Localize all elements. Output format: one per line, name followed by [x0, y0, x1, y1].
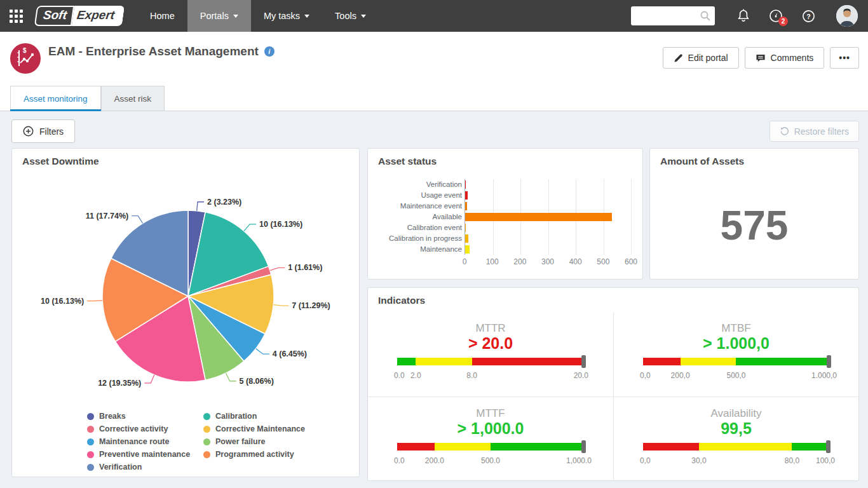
gauge-marker [827, 355, 831, 368]
bar-plot-area [465, 179, 631, 255]
pending-tasks-gauge-icon[interactable]: 2 [768, 8, 783, 24]
pie-slice-label: 4 (6.45%) [273, 349, 307, 358]
gauge-ticks: 0,030,080,0100,0 [643, 456, 829, 466]
legend-dot [203, 438, 210, 445]
x-tick-label: 500 [597, 257, 609, 266]
gauge-segment [792, 443, 829, 451]
notifications-bell-icon[interactable] [736, 8, 750, 24]
gauge-mtbf[interactable]: MTBF> 1.000,00,0200,0500,01.000,0 [613, 312, 858, 396]
gauge-segment [472, 358, 584, 365]
bar-category-label: Calibration in progress [374, 233, 462, 244]
filters-button[interactable]: Filters [11, 119, 75, 143]
gauge-tick-label: 100,0 [816, 456, 835, 465]
nav-item-my-tasks[interactable]: My tasks [251, 0, 322, 32]
legend-item-corrective-maintenance[interactable]: Corrective Maintenance [203, 424, 305, 433]
legend-item-calibration[interactable]: Calibration [203, 412, 305, 421]
legend-item-power-failure[interactable]: Power failure [203, 437, 305, 446]
bar-calibration-in-progress[interactable] [465, 234, 468, 243]
gauge-tick-label: 8.0 [466, 371, 477, 380]
logo-part-1: Soft [34, 6, 74, 26]
legend-item-corrective-activity[interactable]: Corrective activity [87, 424, 203, 433]
legend-dot [203, 451, 210, 458]
gauge-availability[interactable]: Availability99,50,030,080,0100,0 [613, 396, 858, 481]
restore-filters-button[interactable]: Restore filters [770, 121, 859, 142]
global-search [631, 6, 715, 25]
nav-item-label: Tools [335, 0, 356, 32]
portal-avatar-icon[interactable]: $ [10, 43, 41, 74]
user-avatar[interactable] [836, 5, 858, 27]
gridline [631, 179, 632, 255]
gauge-mttf[interactable]: MTTF> 1,000.00.0200.0500.01,000.0 [368, 396, 613, 481]
softexpert-logo[interactable]: Soft Expert [34, 6, 125, 26]
gauge-tick-label: 0,0 [640, 456, 651, 465]
legend-item-verification[interactable]: Verification [87, 463, 203, 471]
legend-dot [87, 426, 94, 433]
bar-category-label: Usage event [374, 190, 462, 201]
bar-category-labels: VerificationUsage eventMaintenance event… [374, 179, 462, 255]
gauge-mttr[interactable]: MTTR> 20.00.02.08.020.0 [368, 312, 613, 396]
amount-of-assets-title: Amount of Assets [660, 156, 744, 167]
comment-icon [756, 53, 766, 63]
gauge-bar [643, 443, 829, 451]
add-filter-icon [23, 126, 34, 137]
legend-label: Breaks [99, 412, 126, 421]
tab-asset-monitoring[interactable]: Asset monitoring [10, 86, 101, 111]
gauge-title: Availability [643, 407, 829, 420]
info-icon[interactable]: i [264, 46, 275, 57]
pie-label-leader [197, 202, 204, 211]
legend-item-maintenance-route[interactable]: Maintenance route [87, 437, 203, 446]
bar-maintenance[interactable] [465, 245, 470, 254]
gauge-marker [581, 440, 586, 453]
page-title: EAM - Enterprise Asset Management [48, 44, 259, 58]
legend-item-preventive-maintenance[interactable]: Preventive maintenance [87, 450, 203, 459]
nav-item-portals[interactable]: Portals [187, 0, 251, 32]
nav-item-home[interactable]: Home [137, 0, 187, 32]
gauge-segment [736, 358, 829, 365]
bar-calibration-event[interactable] [465, 224, 466, 232]
dashboard-content: Filters Restore filters Asset Downtime 2… [0, 112, 868, 488]
app-grid-icon[interactable] [10, 10, 23, 23]
gauge-segment [643, 358, 681, 365]
legend-label: Preventive maintenance [99, 450, 190, 459]
gauge-tick-label: 80,0 [785, 456, 799, 465]
help-icon[interactable]: ? [801, 9, 816, 24]
legend-item-programmed-activity[interactable]: Programmed activity [203, 450, 305, 459]
more-actions-button[interactable]: ••• [830, 47, 859, 69]
gauge-title: MTTR [397, 322, 584, 335]
comments-button[interactable]: Comments [745, 47, 825, 69]
gauge-bar [397, 443, 584, 451]
svg-text:$: $ [23, 47, 27, 54]
legend-label: Power failure [215, 437, 266, 446]
indicator-gauges: MTTR> 20.00.02.08.020.0MTBF> 1.000,00,02… [368, 312, 858, 481]
gauge-value: > 20.0 [397, 335, 584, 352]
chevron-down-icon [361, 15, 366, 18]
edit-portal-button[interactable]: Edit portal [663, 47, 739, 69]
pie-legend: BreaksCalibrationCorrective activityCorr… [87, 412, 305, 471]
gauge-value: 99,5 [643, 420, 829, 437]
asset-downtime-pie-chart[interactable]: 2 (3.23%)10 (16.13%)1 (1.61%)7 (11.29%)4… [12, 172, 360, 410]
bar-maintenance-event[interactable] [465, 202, 467, 210]
legend-dot [87, 451, 94, 458]
gauge-tick-label: 500.0 [481, 456, 500, 465]
pie-label-leader [270, 268, 285, 270]
nav-item-tools[interactable]: Tools [322, 0, 379, 32]
x-tick-label: 200 [513, 257, 526, 266]
gauge-title: MTTF [397, 407, 584, 420]
asset-status-title: Asset status [378, 156, 437, 167]
bar-verification[interactable] [465, 180, 466, 189]
bar-usage-event[interactable] [465, 191, 468, 200]
x-tick-label: 100 [486, 257, 499, 266]
search-icon[interactable] [700, 10, 711, 22]
gauge-tick-label: 200,0 [671, 371, 690, 380]
bar-category-label: Calibration event [374, 222, 462, 233]
gauge-ticks: 0,0200,0500,01.000,0 [643, 371, 829, 381]
tab-asset-risk[interactable]: Asset risk [101, 86, 165, 111]
legend-item-breaks[interactable]: Breaks [87, 412, 203, 421]
gauge-tick-label: 500,0 [726, 371, 745, 380]
asset-status-bar-chart[interactable]: VerificationUsage eventMaintenance event… [368, 179, 642, 268]
bar-available[interactable] [465, 213, 612, 221]
legend-label: Corrective activity [99, 424, 168, 433]
top-navbar: Soft Expert HomePortalsMy tasksTools 2 ? [0, 0, 868, 32]
gauge-segment [643, 443, 699, 451]
nav-item-label: Home [150, 0, 175, 32]
